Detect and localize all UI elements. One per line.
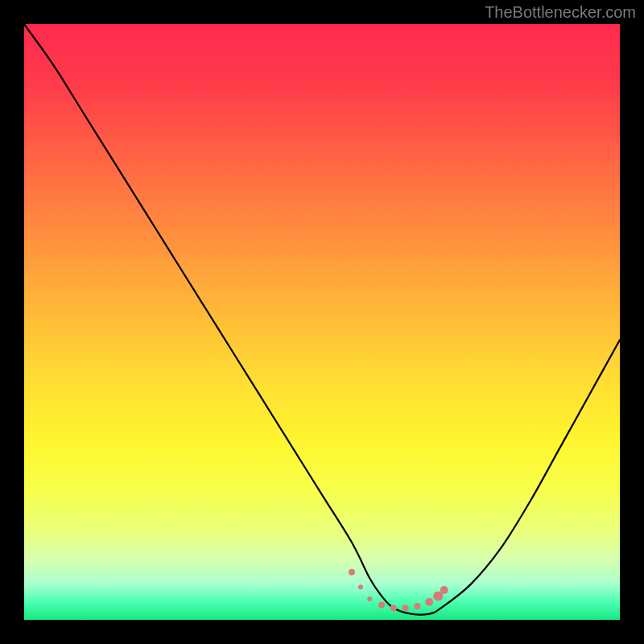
chart-container: TheBottlenecker.com [0, 0, 644, 644]
highlight-dot [390, 605, 397, 611]
curve-svg [24, 24, 620, 620]
highlight-dot [358, 584, 363, 589]
highlight-dots [349, 569, 448, 611]
highlight-dot [367, 597, 372, 601]
attribution-label: TheBottlenecker.com [485, 3, 636, 22]
plot-area [24, 24, 620, 620]
highlight-dot [440, 586, 448, 594]
highlight-dot [349, 569, 355, 576]
highlight-dot [425, 598, 433, 606]
highlight-dot [378, 602, 385, 609]
bottleneck-curve [24, 24, 620, 615]
highlight-dot [402, 605, 409, 611]
highlight-dot [414, 603, 420, 609]
